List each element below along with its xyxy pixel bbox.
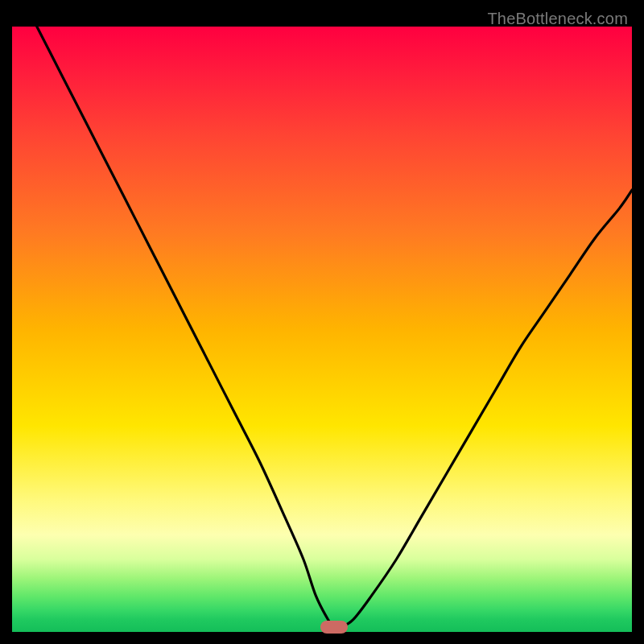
plot-area bbox=[12, 27, 632, 632]
bottleneck-curve bbox=[12, 27, 632, 632]
chart-frame: TheBottleneck.com bbox=[12, 12, 632, 632]
watermark-text: TheBottleneck.com bbox=[487, 10, 628, 28]
optimum-marker bbox=[320, 621, 348, 634]
